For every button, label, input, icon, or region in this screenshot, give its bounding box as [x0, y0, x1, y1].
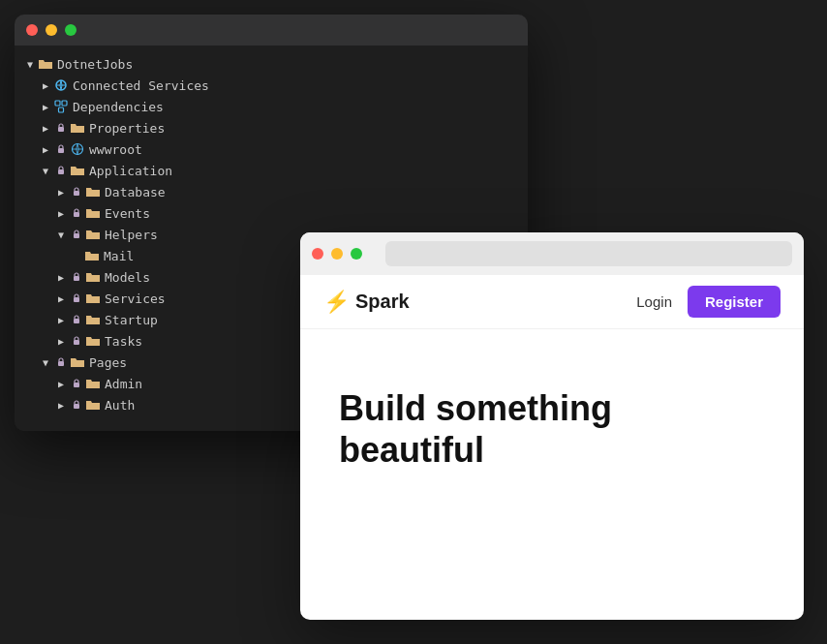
hero-title: Build something beautiful [339, 387, 765, 471]
tree-item-wwwroot[interactable]: ▶wwwroot [15, 138, 528, 160]
folder-icon [85, 184, 101, 199]
tree-arrow-auth: ▶ [53, 400, 69, 411]
tree-arrow-wwwroot: ▶ [38, 144, 53, 155]
lock-icon [69, 312, 84, 327]
folder-open-icon [70, 163, 85, 178]
svg-rect-18 [74, 383, 79, 387]
svg-rect-5 [58, 127, 64, 132]
lock-icon [53, 354, 69, 370]
connected-icon [53, 77, 69, 93]
brand-logo: ⚡ Spark [323, 290, 410, 315]
folder-icon [85, 269, 101, 285]
tree-arrow-helpers: ▼ [53, 230, 69, 240]
folder-icon [38, 56, 53, 72]
folder-icon [85, 312, 101, 327]
svg-rect-3 [62, 101, 67, 106]
browser-hero: Build something beautiful [300, 329, 804, 509]
tree-arrow-admin: ▶ [53, 379, 69, 389]
lock-icon [69, 227, 84, 242]
lock-icon [69, 291, 84, 306]
lock-icon [69, 205, 84, 221]
tree-arrow-application: ▼ [38, 166, 53, 176]
folder-icon [85, 376, 101, 391]
lock-icon [69, 333, 84, 349]
svg-rect-17 [58, 361, 64, 366]
browser-close-button[interactable] [312, 248, 323, 260]
tree-label-properties: Properties [89, 121, 520, 136]
login-button[interactable]: Login [621, 286, 688, 318]
close-button[interactable] [26, 24, 38, 36]
tree-arrow-dependencies: ▶ [38, 102, 53, 112]
tree-item-dotnetjobs[interactable]: ▼DotnetJobs [15, 53, 528, 75]
browser-navbar: ⚡ Spark Login Register [300, 275, 804, 329]
globe-icon [70, 141, 85, 157]
svg-rect-19 [74, 404, 79, 409]
tree-arrow-pages: ▼ [38, 357, 53, 368]
tree-item-database[interactable]: ▶Database [15, 181, 528, 202]
tree-item-connected-services[interactable]: ▶Connected Services [15, 75, 528, 96]
browser-maximize-button[interactable] [351, 248, 362, 260]
tree-arrow-database: ▶ [53, 187, 69, 198]
maximize-button[interactable] [65, 24, 77, 36]
tree-item-dependencies[interactable]: ▶Dependencies [15, 96, 528, 117]
tree-arrow-events: ▶ [53, 208, 69, 219]
minimize-button[interactable] [46, 24, 57, 36]
svg-rect-4 [59, 107, 64, 112]
lock-icon [69, 397, 84, 413]
tree-item-properties[interactable]: ▶Properties [15, 117, 528, 138]
tree-arrow-services: ▶ [53, 293, 69, 304]
folder-icon [85, 333, 101, 349]
tree-label-connected-services: Connected Services [73, 78, 520, 93]
svg-rect-14 [74, 297, 79, 302]
lock-icon [69, 376, 84, 391]
browser-window: ⚡ Spark Login Register Build something b… [300, 232, 804, 620]
folder-icon [85, 291, 101, 306]
folder-open-icon [70, 354, 85, 370]
lock-icon [69, 269, 84, 285]
svg-rect-11 [74, 212, 79, 217]
spark-icon: ⚡ [323, 290, 350, 315]
svg-rect-16 [74, 340, 79, 345]
folder-open-icon [85, 227, 101, 242]
tree-label-events: Events [105, 206, 520, 221]
tree-label-wwwroot: wwwroot [89, 142, 520, 157]
deps-icon [53, 99, 69, 114]
browser-address-bar[interactable] [385, 241, 792, 266]
folder-icon [85, 205, 101, 221]
tree-arrow-startup: ▶ [53, 315, 69, 325]
tree-arrow-properties: ▶ [38, 123, 53, 134]
brand-name: Spark [355, 291, 410, 313]
lock-icon [53, 163, 69, 178]
svg-rect-13 [74, 276, 79, 281]
tree-arrow-models: ▶ [53, 272, 69, 283]
svg-rect-2 [55, 101, 60, 106]
tree-item-application[interactable]: ▼Application [15, 160, 528, 181]
register-button[interactable]: Register [688, 286, 781, 318]
tree-label-application: Application [89, 164, 520, 178]
lock-icon [53, 120, 69, 136]
tree-arrow-dotnetjobs: ▼ [22, 59, 38, 70]
svg-rect-15 [74, 319, 79, 323]
lock-icon [53, 141, 69, 157]
tree-item-events[interactable]: ▶Events [15, 202, 528, 224]
svg-rect-12 [74, 233, 79, 238]
svg-rect-9 [58, 169, 64, 174]
folder-icon [85, 397, 101, 413]
tree-arrow-connected-services: ▶ [38, 80, 53, 91]
folder-icon [70, 120, 85, 136]
tree-label-dependencies: Dependencies [73, 100, 520, 114]
svg-rect-6 [58, 148, 64, 153]
folder-icon [84, 248, 100, 263]
tree-arrow-tasks: ▶ [53, 336, 69, 347]
tree-label-database: Database [105, 185, 520, 199]
browser-minimize-button[interactable] [331, 248, 343, 260]
svg-rect-10 [74, 191, 79, 196]
tree-label-dotnetjobs: DotnetJobs [57, 57, 520, 72]
browser-titlebar [300, 232, 804, 275]
vscode-titlebar [15, 15, 528, 46]
lock-icon [69, 184, 84, 199]
